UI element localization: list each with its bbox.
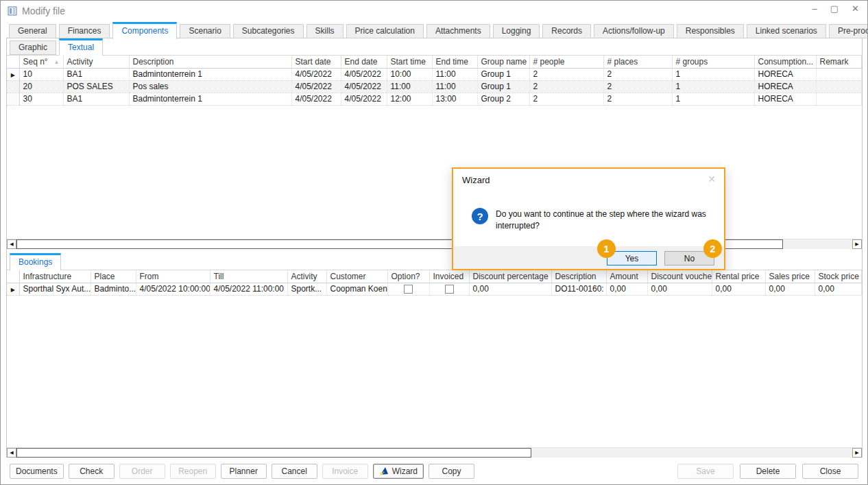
column-header-invoiced[interactable]: Invoiced [429,270,469,283]
column-header-option[interactable]: Option? [387,270,429,283]
grid-cell[interactable]: HORECA [754,68,816,80]
grid-cell[interactable] [816,93,862,105]
tab-components[interactable]: Components [112,22,177,39]
grid-cell[interactable]: 10 [19,68,63,80]
grid-cell[interactable]: Badmintonterrein 1 [129,68,291,80]
bookings-hscrollbar[interactable]: ◀ ▶ [7,447,862,458]
wizard-button[interactable]: Wizard [373,464,424,479]
grid-cell[interactable]: 4/05/2022 10:00:00 [136,283,210,295]
column-header-place[interactable]: Place [91,270,136,283]
column-header-groups[interactable]: # groups [672,56,754,68]
row-selector[interactable] [7,80,19,93]
grid-cell[interactable]: 2 [603,80,672,93]
row-selector[interactable]: ▶ [7,283,19,295]
column-header-activity[interactable]: Activity [287,270,326,283]
copy-button[interactable]: Copy [429,464,474,479]
tab-subcategories[interactable]: Subcategories [233,24,304,38]
column-header-consumption[interactable]: Consumption... [754,56,816,68]
grid-cell[interactable]: 11:00 [387,80,432,93]
table-row[interactable]: ▶ Sporthal Syx Aut... Badminto... 4/05/2… [7,283,862,295]
grid-cell[interactable]: 2 [603,68,672,80]
grid-cell[interactable] [387,283,429,295]
grid-cell[interactable]: 12:00 [387,93,432,105]
documents-button[interactable]: Documents [10,464,64,479]
column-header-description[interactable]: Description [129,56,291,68]
grid-cell[interactable]: 11:00 [432,80,477,93]
grid-cell[interactable]: Sporthal Syx Aut... [19,283,91,295]
tab-actions-follow-up[interactable]: Actions/follow-up [594,24,674,38]
grid-cell[interactable]: Group 1 [477,80,529,93]
column-header-stock-price[interactable]: Stock price [815,270,862,283]
tab-linked-scenarios[interactable]: Linked scenarios [747,24,826,38]
grid-cell[interactable] [816,80,862,93]
column-header-discount-percentage[interactable]: Discount percentage [469,270,551,283]
grid-cell[interactable]: 4/05/2022 [341,93,387,105]
table-row[interactable]: 30 BA1 Badmintonterrein 1 4/05/2022 4/05… [7,93,862,105]
invoiced-checkbox[interactable] [445,285,454,294]
column-header-start-date[interactable]: Start date [291,56,341,68]
grid-cell[interactable] [816,68,862,80]
grid-cell[interactable]: 0,00 [712,283,765,295]
grid-cell[interactable]: Group 1 [477,68,529,80]
grid-cell[interactable]: 4/05/2022 11:00:00 [210,283,287,295]
grid-cell[interactable]: 1 [672,68,754,80]
grid-cell[interactable]: 20 [19,80,63,93]
grid-cell[interactable]: Pos sales [129,80,291,93]
grid-cell[interactable]: 2 [529,80,603,93]
grid-cell[interactable]: 4/05/2022 [291,80,341,93]
tab-price-calculation[interactable]: Price calculation [346,24,424,38]
scrollbar-track[interactable] [531,448,852,458]
grid-cell[interactable]: 30 [19,93,63,105]
column-header-activity[interactable]: Activity [63,56,129,68]
table-row[interactable]: ▶ 10 BA1 Badmintonterrein 1 4/05/2022 4/… [7,68,862,80]
tab-skills[interactable]: Skills [306,24,343,38]
grid-cell[interactable]: Coopman Koen [326,283,387,295]
column-header-start-time[interactable]: Start time [387,56,432,68]
minimize-icon[interactable]: – [812,3,817,14]
scroll-left-icon[interactable]: ◀ [7,448,16,458]
column-header-end-date[interactable]: End date [341,56,387,68]
planner-button[interactable]: Planner [221,464,267,479]
grid-cell[interactable]: 0,00 [647,283,712,295]
row-selector[interactable]: ▶ [7,68,19,80]
column-header-amount[interactable]: Amount [606,270,647,283]
column-header-till[interactable]: Till [210,270,287,283]
row-selector[interactable] [7,93,19,105]
tab-general[interactable]: General [9,24,56,38]
grid-cell[interactable]: 11:00 [432,68,477,80]
grid-cell[interactable]: Badminto... [91,283,136,295]
subtab-textual[interactable]: Textual [59,38,103,56]
grid-cell[interactable] [429,283,469,295]
components-hscrollbar[interactable]: ◀ ▶ [7,239,862,249]
grid-cell[interactable]: 0,00 [469,283,551,295]
grid-cell[interactable]: BA1 [63,93,129,105]
column-header-rental-price[interactable]: Rental price [712,270,765,283]
grid-cell[interactable]: DO11-00160: [551,283,606,295]
close-button[interactable]: Close [802,464,858,479]
grid-cell[interactable]: 4/05/2022 [341,68,387,80]
grid-cell[interactable]: HORECA [754,80,816,93]
tab-scenario[interactable]: Scenario [180,24,230,38]
dialog-close-icon[interactable]: ✕ [708,174,716,185]
tab-logging[interactable]: Logging [493,24,540,38]
column-header-seq[interactable]: Seq n°▲ [19,56,63,68]
tab-pre-processing[interactable]: Pre-processing [829,24,868,38]
column-header-infrastructure[interactable]: Infrastructure [19,270,91,283]
scroll-right-icon[interactable]: ▶ [852,239,862,249]
scroll-right-icon[interactable]: ▶ [852,448,862,458]
grid-cell[interactable]: 4/05/2022 [291,68,341,80]
tab-attachments[interactable]: Attachments [426,24,490,38]
subtab-graphic[interactable]: Graphic [10,40,56,55]
column-header-end-time[interactable]: End time [432,56,477,68]
option-checkbox[interactable] [404,285,413,294]
grid-cell[interactable]: HORECA [754,93,816,105]
grid-cell[interactable]: 1 [672,93,754,105]
column-header-places[interactable]: # places [603,56,672,68]
column-header-description[interactable]: Description [551,270,606,283]
scroll-left-icon[interactable]: ◀ [7,239,16,249]
tab-records[interactable]: Records [542,24,591,38]
grid-cell[interactable]: 2 [603,93,672,105]
scrollbar-thumb[interactable] [16,448,531,458]
tab-responsibles[interactable]: Responsibles [677,24,744,38]
grid-cell[interactable]: 0,00 [606,283,647,295]
